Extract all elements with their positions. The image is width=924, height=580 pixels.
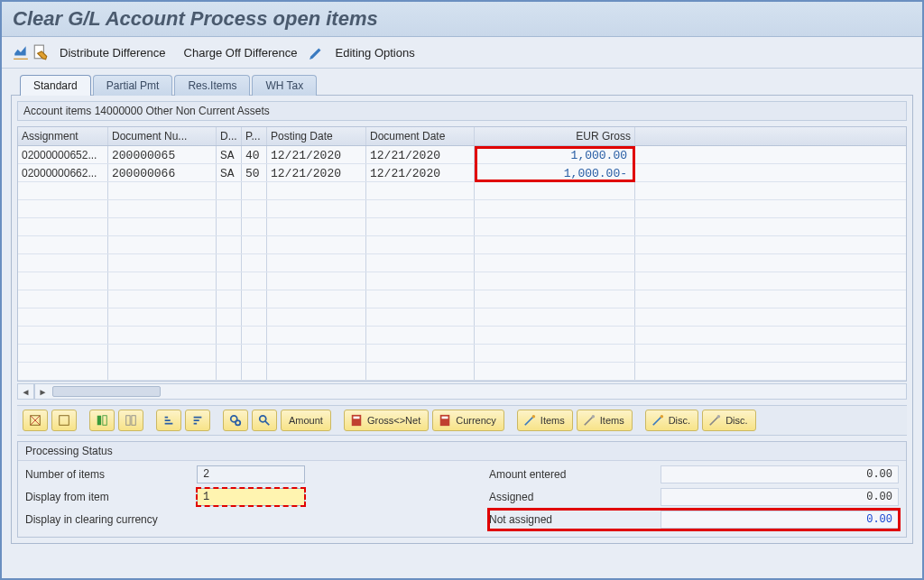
amount-entered-label: Amount entered bbox=[489, 468, 661, 481]
col-posting-date[interactable]: Posting Date bbox=[267, 127, 366, 145]
display-from-item-label: Display from item bbox=[25, 491, 197, 503]
wand-icon bbox=[523, 414, 536, 427]
col-eur-gross[interactable]: EUR Gross bbox=[475, 127, 635, 145]
cell-amount[interactable]: 1,000.00 bbox=[475, 146, 635, 163]
processing-status-title: Processing Status bbox=[18, 442, 906, 461]
deselect-block-button[interactable] bbox=[118, 410, 143, 431]
cell-postkey: 50 bbox=[242, 164, 267, 181]
select-block-button[interactable] bbox=[89, 410, 115, 431]
svg-point-15 bbox=[591, 415, 595, 419]
activate-discount-button[interactable]: Disc. bbox=[645, 410, 698, 431]
scroll-track[interactable] bbox=[51, 384, 906, 399]
find-next-button[interactable] bbox=[252, 410, 277, 431]
editing-options-link[interactable]: Editing Options bbox=[328, 46, 422, 60]
not-assigned-label: Not assigned bbox=[489, 513, 661, 526]
tab-res-items[interactable]: Res.Items bbox=[174, 75, 250, 96]
assigned-label: Assigned bbox=[489, 491, 661, 503]
scroll-thumb[interactable] bbox=[52, 386, 161, 397]
chart-icon[interactable] bbox=[13, 44, 29, 60]
find-button[interactable] bbox=[223, 410, 248, 431]
sort-desc-button[interactable] bbox=[185, 410, 210, 431]
number-of-items-value: 2 bbox=[197, 465, 305, 483]
deactivate-discount-button[interactable]: Disc. bbox=[702, 410, 755, 431]
cell-amount[interactable]: 1,000.00- bbox=[475, 164, 635, 181]
grid-body: 02000000652... 200000065 SA 40 12/21/202… bbox=[18, 146, 906, 381]
col-document-number[interactable]: Document Nu... bbox=[108, 127, 217, 145]
cell-assignment: 02000000652... bbox=[18, 146, 108, 163]
tab-wh-tax[interactable]: WH Tax bbox=[252, 75, 317, 96]
svg-point-8 bbox=[236, 420, 240, 425]
amount-entered-value: 0.00 bbox=[661, 465, 899, 483]
grid-header: Assignment Document Nu... D... P... Post… bbox=[18, 127, 906, 146]
action-toolbar: Amount Gross<>Net Currency Items Items D… bbox=[17, 405, 907, 436]
svg-rect-4 bbox=[103, 416, 106, 426]
table-row[interactable]: 02000000662... 200000066 SA 50 12/21/202… bbox=[18, 164, 906, 182]
svg-rect-3 bbox=[97, 416, 101, 426]
cell-docnum: 200000065 bbox=[108, 146, 217, 163]
main-toolbar: Distribute Difference Charge Off Differe… bbox=[2, 37, 922, 69]
svg-point-17 bbox=[717, 415, 721, 419]
cell-doctype: SA bbox=[217, 164, 242, 181]
content-panel: Account items 14000000 Other Non Current… bbox=[11, 95, 913, 544]
col-doc-type[interactable]: D... bbox=[217, 127, 242, 145]
currency-button[interactable]: Currency bbox=[432, 410, 504, 431]
svg-point-14 bbox=[531, 415, 535, 419]
wand-off-icon bbox=[708, 414, 721, 427]
gross-net-button[interactable]: Gross<>Net bbox=[344, 410, 429, 431]
deselect-all-button[interactable] bbox=[51, 410, 77, 431]
cell-document-date: 12/21/2020 bbox=[366, 146, 475, 163]
distribute-difference-link[interactable]: Distribute Difference bbox=[52, 46, 173, 60]
svg-rect-6 bbox=[132, 416, 135, 426]
cell-docnum: 200000066 bbox=[108, 164, 217, 181]
col-document-date[interactable]: Document Date bbox=[366, 127, 475, 145]
svg-rect-13 bbox=[442, 417, 448, 419]
col-assignment[interactable]: Assignment bbox=[18, 127, 108, 145]
calculator-icon bbox=[350, 414, 363, 427]
open-items-grid: Assignment Document Nu... D... P... Post… bbox=[17, 126, 907, 382]
scroll-left-icon[interactable]: ◄ bbox=[18, 384, 34, 399]
status-left-column: Number of items 2 Display from item 1 Di… bbox=[25, 465, 435, 529]
svg-point-9 bbox=[260, 416, 266, 422]
wand-icon bbox=[651, 414, 664, 427]
tab-standard[interactable]: Standard bbox=[20, 75, 91, 96]
title-bar: Clear G/L Account Process open items bbox=[2, 2, 922, 37]
display-from-item-input[interactable]: 1 bbox=[197, 488, 305, 506]
display-in-clearing-currency-label: Display in clearing currency bbox=[25, 513, 197, 526]
cell-postkey: 40 bbox=[242, 146, 267, 163]
status-right-column: Amount entered 0.00 Assigned 0.00 Not as… bbox=[489, 465, 899, 529]
svg-rect-5 bbox=[126, 416, 130, 426]
col-posting-key[interactable]: P... bbox=[242, 127, 267, 145]
table-row[interactable]: 02000000652... 200000065 SA 40 12/21/202… bbox=[18, 146, 906, 164]
svg-point-16 bbox=[660, 415, 663, 419]
select-all-button[interactable] bbox=[23, 410, 48, 431]
horizontal-scrollbar[interactable]: ◄ ► bbox=[17, 383, 907, 400]
cell-doctype: SA bbox=[217, 146, 242, 163]
wand-off-icon bbox=[583, 414, 596, 427]
processing-status-panel: Processing Status Number of items 2 Disp… bbox=[17, 441, 907, 538]
svg-rect-2 bbox=[60, 416, 69, 426]
tab-strip: Standard Partial Pmt Res.Items WH Tax bbox=[2, 69, 922, 95]
assigned-value: 0.00 bbox=[661, 488, 899, 506]
activate-items-button[interactable]: Items bbox=[517, 410, 573, 431]
deactivate-items-button[interactable]: Items bbox=[577, 410, 633, 431]
sort-asc-button[interactable] bbox=[156, 410, 181, 431]
cell-document-date: 12/21/2020 bbox=[366, 164, 475, 181]
cell-posting-date: 12/21/2020 bbox=[267, 164, 366, 181]
pencil-icon[interactable] bbox=[309, 44, 325, 60]
number-of-items-label: Number of items bbox=[25, 468, 197, 481]
cell-assignment: 02000000662... bbox=[18, 164, 108, 181]
scroll-right-icon[interactable]: ► bbox=[34, 384, 51, 399]
amount-button[interactable]: Amount bbox=[281, 410, 331, 431]
calculator-icon bbox=[439, 414, 451, 427]
page-title: Clear G/L Account Process open items bbox=[13, 7, 911, 31]
svg-rect-11 bbox=[353, 417, 359, 419]
tab-partial-pmt[interactable]: Partial Pmt bbox=[93, 75, 173, 96]
account-items-header: Account items 14000000 Other Non Current… bbox=[17, 101, 907, 121]
not-assigned-value: 0.00 bbox=[661, 511, 899, 529]
charge-off-difference-link[interactable]: Charge Off Difference bbox=[177, 46, 305, 60]
document-edit-icon[interactable] bbox=[32, 44, 49, 60]
cell-posting-date: 12/21/2020 bbox=[267, 146, 366, 163]
